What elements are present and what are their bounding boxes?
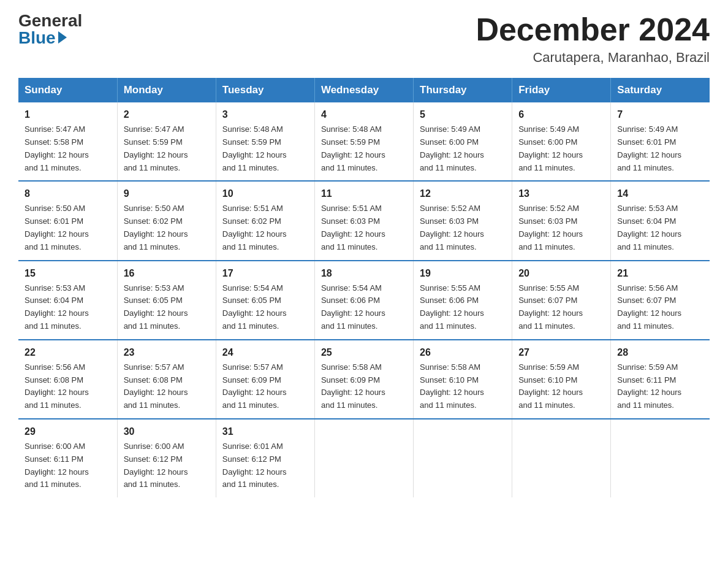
table-row: 21 Sunrise: 5:56 AMSunset: 6:07 PMDaylig… xyxy=(611,261,710,340)
table-row: 7 Sunrise: 5:49 AMSunset: 6:01 PMDayligh… xyxy=(611,102,710,181)
day-info: Sunrise: 5:54 AMSunset: 6:05 PMDaylight:… xyxy=(222,283,287,331)
day-number: 12 xyxy=(420,186,506,201)
day-info: Sunrise: 5:50 AMSunset: 6:01 PMDaylight:… xyxy=(25,204,89,251)
day-number: 30 xyxy=(124,424,210,439)
day-number: 20 xyxy=(518,266,604,281)
day-info: Sunrise: 5:55 AMSunset: 6:06 PMDaylight:… xyxy=(420,283,484,331)
table-row: 13 Sunrise: 5:52 AMSunset: 6:03 PMDaylig… xyxy=(512,181,611,260)
table-row: 6 Sunrise: 5:49 AMSunset: 6:00 PMDayligh… xyxy=(512,102,611,181)
day-number: 21 xyxy=(617,266,703,281)
calendar-week-row: 22 Sunrise: 5:56 AMSunset: 6:08 PMDaylig… xyxy=(18,340,710,419)
table-row: 11 Sunrise: 5:51 AMSunset: 6:03 PMDaylig… xyxy=(314,181,413,260)
location-title: Carutapera, Maranhao, Brazil xyxy=(476,50,710,66)
day-info: Sunrise: 5:53 AMSunset: 6:04 PMDaylight:… xyxy=(25,283,89,331)
day-info: Sunrise: 5:53 AMSunset: 6:05 PMDaylight:… xyxy=(124,283,188,331)
day-info: Sunrise: 5:50 AMSunset: 6:02 PMDaylight:… xyxy=(124,204,188,251)
day-number: 10 xyxy=(222,186,308,201)
day-number: 3 xyxy=(222,107,308,122)
day-number: 6 xyxy=(518,107,604,122)
day-info: Sunrise: 5:52 AMSunset: 6:03 PMDaylight:… xyxy=(518,204,583,251)
table-row: 27 Sunrise: 5:59 AMSunset: 6:10 PMDaylig… xyxy=(512,340,611,419)
table-row: 29 Sunrise: 6:00 AMSunset: 6:11 PMDaylig… xyxy=(18,419,117,497)
calendar-header-row: Sunday Monday Tuesday Wednesday Thursday… xyxy=(18,78,710,102)
day-info: Sunrise: 5:49 AMSunset: 6:01 PMDaylight:… xyxy=(617,124,681,172)
logo-triangle-icon xyxy=(58,31,67,44)
day-info: Sunrise: 5:54 AMSunset: 6:06 PMDaylight:… xyxy=(321,283,385,331)
table-row: 19 Sunrise: 5:55 AMSunset: 6:06 PMDaylig… xyxy=(414,261,512,340)
day-number: 1 xyxy=(25,107,111,122)
table-row xyxy=(611,419,710,497)
day-info: Sunrise: 5:52 AMSunset: 6:03 PMDaylight:… xyxy=(420,204,484,251)
logo-blue-text: Blue xyxy=(18,29,67,47)
day-info: Sunrise: 5:57 AMSunset: 6:09 PMDaylight:… xyxy=(222,362,287,410)
table-row: 26 Sunrise: 5:58 AMSunset: 6:10 PMDaylig… xyxy=(414,340,512,419)
day-number: 16 xyxy=(124,266,210,281)
table-row: 17 Sunrise: 5:54 AMSunset: 6:05 PMDaylig… xyxy=(216,261,314,340)
table-row: 25 Sunrise: 5:58 AMSunset: 6:09 PMDaylig… xyxy=(314,340,413,419)
day-info: Sunrise: 5:47 AMSunset: 5:59 PMDaylight:… xyxy=(124,124,188,172)
page-header: General Blue December 2024 Carutapera, M… xyxy=(18,12,710,66)
day-info: Sunrise: 6:00 AMSunset: 6:12 PMDaylight:… xyxy=(124,442,188,489)
table-row: 16 Sunrise: 5:53 AMSunset: 6:05 PMDaylig… xyxy=(117,261,216,340)
table-row: 3 Sunrise: 5:48 AMSunset: 5:59 PMDayligh… xyxy=(216,102,314,181)
day-info: Sunrise: 5:58 AMSunset: 6:10 PMDaylight:… xyxy=(420,362,484,410)
day-info: Sunrise: 5:51 AMSunset: 6:02 PMDaylight:… xyxy=(222,204,287,251)
table-row xyxy=(414,419,512,497)
day-number: 4 xyxy=(321,107,407,122)
day-info: Sunrise: 5:57 AMSunset: 6:08 PMDaylight:… xyxy=(124,362,188,410)
day-info: Sunrise: 5:49 AMSunset: 6:00 PMDaylight:… xyxy=(518,124,583,172)
col-tuesday: Tuesday xyxy=(216,78,314,102)
calendar-week-row: 29 Sunrise: 6:00 AMSunset: 6:11 PMDaylig… xyxy=(18,419,710,497)
table-row: 20 Sunrise: 5:55 AMSunset: 6:07 PMDaylig… xyxy=(512,261,611,340)
day-info: Sunrise: 5:56 AMSunset: 6:07 PMDaylight:… xyxy=(617,283,681,331)
day-number: 2 xyxy=(124,107,210,122)
table-row xyxy=(314,419,413,497)
col-monday: Monday xyxy=(117,78,216,102)
day-number: 18 xyxy=(321,266,407,281)
day-info: Sunrise: 5:49 AMSunset: 6:00 PMDaylight:… xyxy=(420,124,484,172)
table-row: 5 Sunrise: 5:49 AMSunset: 6:00 PMDayligh… xyxy=(414,102,512,181)
table-row: 31 Sunrise: 6:01 AMSunset: 6:12 PMDaylig… xyxy=(216,419,314,497)
table-row: 2 Sunrise: 5:47 AMSunset: 5:59 PMDayligh… xyxy=(117,102,216,181)
table-row: 30 Sunrise: 6:00 AMSunset: 6:12 PMDaylig… xyxy=(117,419,216,497)
table-row: 1 Sunrise: 5:47 AMSunset: 5:58 PMDayligh… xyxy=(18,102,117,181)
day-info: Sunrise: 5:47 AMSunset: 5:58 PMDaylight:… xyxy=(25,124,89,172)
table-row: 24 Sunrise: 5:57 AMSunset: 6:09 PMDaylig… xyxy=(216,340,314,419)
day-number: 8 xyxy=(25,186,111,201)
day-number: 31 xyxy=(222,424,308,439)
day-number: 22 xyxy=(25,345,111,360)
table-row xyxy=(512,419,611,497)
day-info: Sunrise: 5:55 AMSunset: 6:07 PMDaylight:… xyxy=(518,283,583,331)
day-number: 19 xyxy=(420,266,506,281)
table-row: 8 Sunrise: 5:50 AMSunset: 6:01 PMDayligh… xyxy=(18,181,117,260)
day-number: 29 xyxy=(25,424,111,439)
table-row: 23 Sunrise: 5:57 AMSunset: 6:08 PMDaylig… xyxy=(117,340,216,419)
col-wednesday: Wednesday xyxy=(314,78,413,102)
table-row: 15 Sunrise: 5:53 AMSunset: 6:04 PMDaylig… xyxy=(18,261,117,340)
day-info: Sunrise: 5:58 AMSunset: 6:09 PMDaylight:… xyxy=(321,362,385,410)
day-info: Sunrise: 6:00 AMSunset: 6:11 PMDaylight:… xyxy=(25,442,89,489)
day-number: 15 xyxy=(25,266,111,281)
day-number: 23 xyxy=(124,345,210,360)
day-number: 28 xyxy=(617,345,703,360)
table-row: 10 Sunrise: 5:51 AMSunset: 6:02 PMDaylig… xyxy=(216,181,314,260)
col-friday: Friday xyxy=(512,78,611,102)
month-title: December 2024 xyxy=(476,12,710,47)
calendar-week-row: 1 Sunrise: 5:47 AMSunset: 5:58 PMDayligh… xyxy=(18,102,710,181)
table-row: 18 Sunrise: 5:54 AMSunset: 6:06 PMDaylig… xyxy=(314,261,413,340)
day-number: 7 xyxy=(617,107,703,122)
table-row: 4 Sunrise: 5:48 AMSunset: 5:59 PMDayligh… xyxy=(314,102,413,181)
day-number: 9 xyxy=(124,186,210,201)
col-sunday: Sunday xyxy=(18,78,117,102)
day-info: Sunrise: 5:59 AMSunset: 6:10 PMDaylight:… xyxy=(518,362,583,410)
day-number: 5 xyxy=(420,107,506,122)
title-area: December 2024 Carutapera, Maranhao, Braz… xyxy=(476,12,710,66)
calendar-week-row: 8 Sunrise: 5:50 AMSunset: 6:01 PMDayligh… xyxy=(18,181,710,260)
day-info: Sunrise: 5:56 AMSunset: 6:08 PMDaylight:… xyxy=(25,362,89,410)
day-number: 13 xyxy=(518,186,604,201)
day-number: 17 xyxy=(222,266,308,281)
day-number: 26 xyxy=(420,345,506,360)
day-info: Sunrise: 5:53 AMSunset: 6:04 PMDaylight:… xyxy=(617,204,681,251)
logo: General Blue xyxy=(18,12,82,47)
day-info: Sunrise: 5:48 AMSunset: 5:59 PMDaylight:… xyxy=(321,124,385,172)
